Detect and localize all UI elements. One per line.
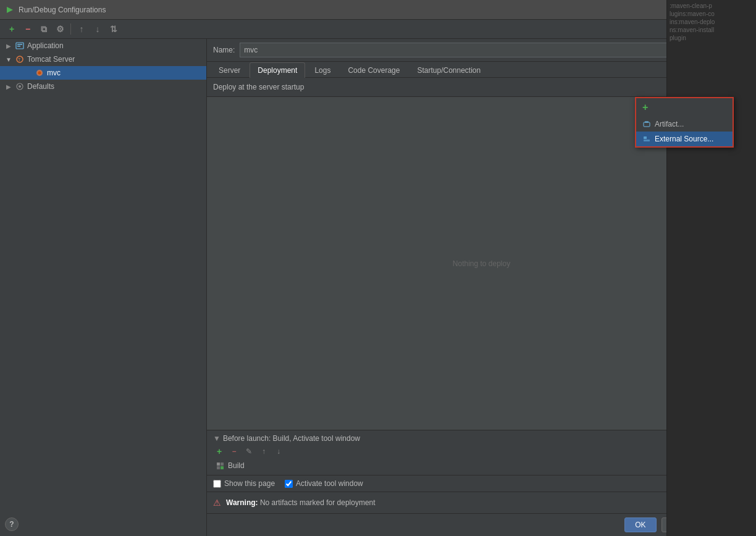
svg-rect-17 — [220, 466, 224, 469]
svg-rect-13 — [644, 140, 650, 141]
warning-icon: ⚠ — [213, 498, 221, 508]
dropdown-external-source[interactable]: External Source... — [636, 132, 733, 146]
main-content: ▶ Application ▼ T — [0, 39, 756, 536]
bl-down-button[interactable]: ↓ — [272, 445, 285, 458]
tomcat-label: Tomcat Server — [27, 55, 75, 64]
activate-tool-checkbox-item: Activate tool window — [285, 479, 363, 488]
help-button[interactable]: ? — [5, 517, 19, 531]
bl-add-button[interactable]: + — [213, 445, 225, 458]
svg-rect-11 — [645, 121, 649, 123]
ok-button[interactable]: OK — [624, 517, 656, 532]
bl-minus-button[interactable]: − — [228, 445, 240, 458]
title-bar-icon — [5, 5, 15, 15]
name-label: Name: — [213, 46, 235, 54]
toolbar-separator — [70, 23, 71, 35]
dropdown-add-row: + — [636, 98, 733, 117]
tree-arrow-tomcat: ▼ — [5, 56, 12, 63]
nothing-to-deploy-text: Nothing to deploy — [453, 259, 510, 268]
tree-arrow-defaults: ▶ — [5, 83, 12, 90]
show-page-label: Show this page — [224, 479, 275, 488]
bg-line-5: plugin — [670, 39, 754, 41]
dropdown-artifact[interactable]: Artifact... — [636, 117, 733, 132]
tab-deployment[interactable]: Deployment — [250, 62, 305, 78]
svg-rect-12 — [644, 136, 647, 139]
svg-rect-10 — [644, 122, 650, 127]
tab-code-coverage[interactable]: Code Coverage — [340, 62, 408, 78]
activate-tool-label: Activate tool window — [296, 479, 363, 488]
warning-detail: No artifacts marked for deployment — [258, 498, 376, 507]
tree-item-application[interactable]: ▶ Application — [0, 39, 206, 52]
add-config-button[interactable]: + — [5, 22, 19, 36]
build-icon — [216, 461, 224, 470]
dropdown-external-source-label: External Source... — [655, 135, 713, 143]
name-input[interactable]: mvc — [240, 43, 710, 57]
tab-logs[interactable]: Logs — [306, 62, 338, 78]
before-launch-title: Before launch: Build, Activate tool wind… — [223, 434, 360, 443]
show-page-checkbox-item: Show this page — [213, 479, 275, 488]
move-up-button[interactable]: ↑ — [75, 22, 88, 36]
application-icon — [15, 41, 25, 51]
move-down-button[interactable]: ↓ — [91, 22, 104, 36]
show-page-checkbox[interactable] — [213, 480, 221, 488]
deploy-dropdown: + Artifact... — [635, 97, 734, 148]
copy-config-button[interactable]: ⧉ — [37, 22, 51, 36]
dropdown-artifact-label: Artifact... — [655, 120, 684, 128]
title-bar: Run/Debug Configurations ✕ — [0, 0, 756, 20]
external-source-icon — [642, 135, 651, 143]
tomcat-icon: T — [15, 54, 25, 64]
svg-rect-2 — [17, 44, 22, 45]
bl-up-button[interactable]: ↑ — [258, 445, 270, 458]
config-tree: ▶ Application ▼ T — [0, 39, 207, 536]
defaults-icon — [15, 82, 25, 91]
before-launch-collapse[interactable]: ▼ — [213, 434, 220, 443]
tab-startup-connection[interactable]: Startup/Connection — [409, 62, 489, 78]
tree-item-defaults[interactable]: ▶ Defaults — [0, 80, 206, 93]
title-bar-text: Run/Debug Configurations — [19, 6, 739, 14]
activate-tool-checkbox[interactable] — [285, 480, 293, 488]
mvc-label: mvc — [47, 69, 61, 77]
application-label: Application — [27, 41, 64, 50]
svg-point-9 — [19, 85, 21, 88]
warning-text: Warning: No artifacts marked for deploym… — [226, 498, 712, 507]
svg-rect-15 — [220, 463, 224, 466]
svg-text:T: T — [18, 57, 21, 62]
warning-bold: Warning: — [226, 498, 258, 507]
svg-rect-3 — [17, 46, 20, 47]
build-item-label: Build — [228, 461, 245, 470]
tree-item-mvc[interactable]: ▶ mvc — [0, 66, 206, 80]
sort-button[interactable]: ⇅ — [107, 22, 120, 36]
svg-rect-16 — [217, 466, 220, 469]
gear-button[interactable]: ⚙ — [53, 22, 67, 36]
defaults-label: Defaults — [27, 82, 54, 91]
tab-server[interactable]: Server — [211, 62, 248, 78]
dropdown-add-plus[interactable]: + — [640, 101, 650, 114]
toolbar: + − ⧉ ⚙ ↑ ↓ ⇅ — [0, 20, 756, 39]
svg-marker-0 — [7, 7, 13, 13]
svg-point-7 — [38, 72, 41, 75]
svg-rect-14 — [217, 463, 220, 466]
artifact-icon — [642, 120, 651, 128]
bl-edit-button[interactable]: ✎ — [243, 445, 255, 458]
tree-item-tomcat[interactable]: ▼ T Tomcat Server — [0, 52, 206, 66]
tree-arrow-application: ▶ — [5, 42, 12, 49]
mvc-icon — [35, 68, 44, 78]
remove-config-button[interactable]: − — [21, 22, 35, 36]
dialog: + − ⧉ ⚙ ↑ ↓ ⇅ ▶ Application — [0, 20, 756, 536]
